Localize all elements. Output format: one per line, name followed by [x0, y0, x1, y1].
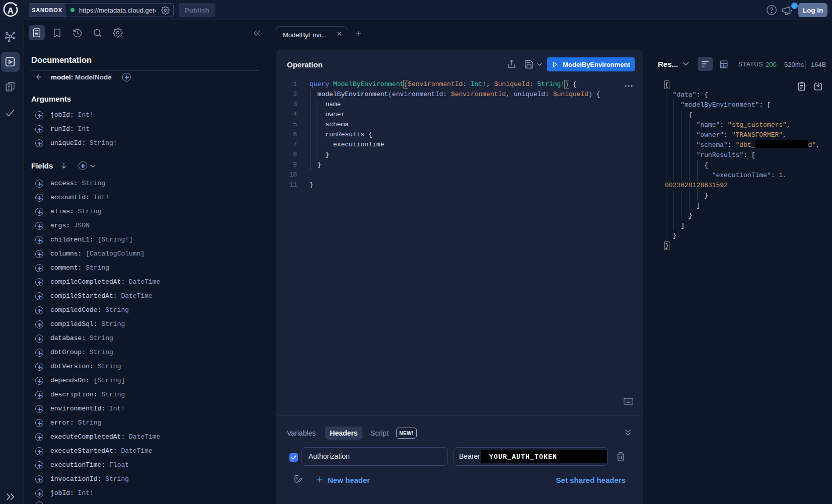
svg-text:A: A: [8, 6, 14, 16]
